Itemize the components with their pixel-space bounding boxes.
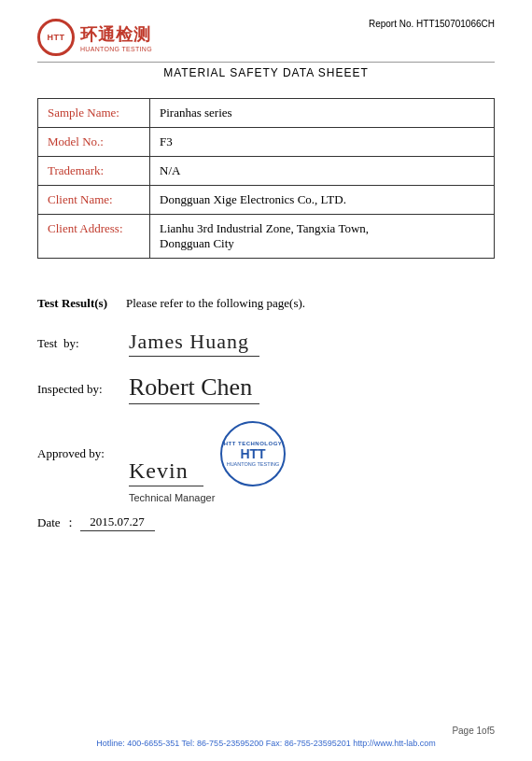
label-model-no: Model No.: [38,128,150,157]
date-label: Date [37,515,61,530]
table-row: Client Name: Dongguan Xige Electronics C… [38,186,495,215]
test-results-row: Test Result(s) Please refer to the follo… [37,296,495,311]
table-row: Sample Name: Piranhas series [38,99,495,128]
stamp-area: Kevin HTT TECHNOLOGY HTT HUANTONG TESTIN… [129,421,286,486]
inspected-signature: Robert Chen [129,373,259,404]
inspected-signature-area: Robert Chen [129,373,278,404]
test-by-row: Test by: James Huang [37,330,495,357]
label-client-name: Client Name: [38,186,150,215]
signature-section: Test by: James Huang Inspected by: Rober… [37,330,495,505]
stamp-inner: HTT TECHNOLOGY HTT HUANTONG TESTING [224,441,283,467]
label-sample-name: Sample Name: [38,99,150,128]
header-right: Report No. HTT150701066CH [369,19,495,29]
label-client-address: Client Address: [38,215,150,259]
label-trademark: Trademark: [38,157,150,186]
footer-hotline: Hotline: 400-6655-351 Tel: 86-755-235952… [0,739,532,748]
logo-circle: HTT [37,19,75,56]
report-number: Report No. HTT150701066CH [369,19,495,29]
header: HTT 环通检测 HUANTONG TESTING Report No. HTT… [37,19,495,63]
approved-by-row: Approved by: Kevin HTT TECHNOLOGY HTT HU… [37,421,495,486]
test-signature-area: James Huang [129,330,278,357]
info-table: Sample Name: Piranhas series Model No.: … [37,98,495,259]
logo-htt-text: HTT [48,33,65,42]
test-signature: James Huang [129,330,259,357]
date-row: Date ： 2015.07.27 [37,514,495,531]
inspected-label: Inspected by: [37,382,121,397]
approved-label: Approved by: [37,446,121,461]
stamp-circle: HTT TECHNOLOGY HTT HUANTONG TESTING [220,421,286,486]
approved-signature: Kevin [129,458,203,486]
table-row: Client Address: Lianhu 3rd Industrial Zo… [38,215,495,259]
test-results-label: Test Result(s) [37,296,107,311]
test-results-section: Test Result(s) Please refer to the follo… [37,296,495,311]
logo-text-block: 环通检测 HUANTONG TESTING [80,23,152,52]
logo-area: HTT 环通检测 HUANTONG TESTING [37,19,152,56]
value-client-address: Lianhu 3rd Industrial Zone, Tangxia Town… [150,215,495,259]
footer: Page 1of5 Hotline: 400-6655-351 Tel: 86-… [0,726,532,748]
date-value: 2015.07.27 [80,514,155,531]
date-colon: ： [64,514,77,531]
table-row: Trademark: N/A [38,157,495,186]
table-row: Model No.: F3 [38,128,495,157]
sheet-title: MATERIAL SAFETY DATA SHEEET [37,66,495,79]
value-trademark: N/A [150,157,495,186]
inspected-by-row: Inspected by: Robert Chen [37,373,495,404]
value-sample-name: Piranhas series [150,99,495,128]
test-label: Test by: [37,336,121,351]
value-client-name: Dongguan Xige Electronics Co., LTD. [150,186,495,215]
logo-cn: 环通检测 [80,23,152,46]
value-model-no: F3 [150,128,495,157]
page: HTT 环通检测 HUANTONG TESTING Report No. HTT… [0,0,532,761]
stamp-bottom-text: HUANTONG TESTING [224,461,283,467]
page-number: Page 1of5 [0,726,532,736]
test-results-text: Please refer to the following page(s). [126,296,305,311]
stamp-title-text: Technical Manager [129,492,215,503]
logo-en: HUANTONG TESTING [80,46,152,52]
stamp-htt-main: HTT [224,446,283,461]
